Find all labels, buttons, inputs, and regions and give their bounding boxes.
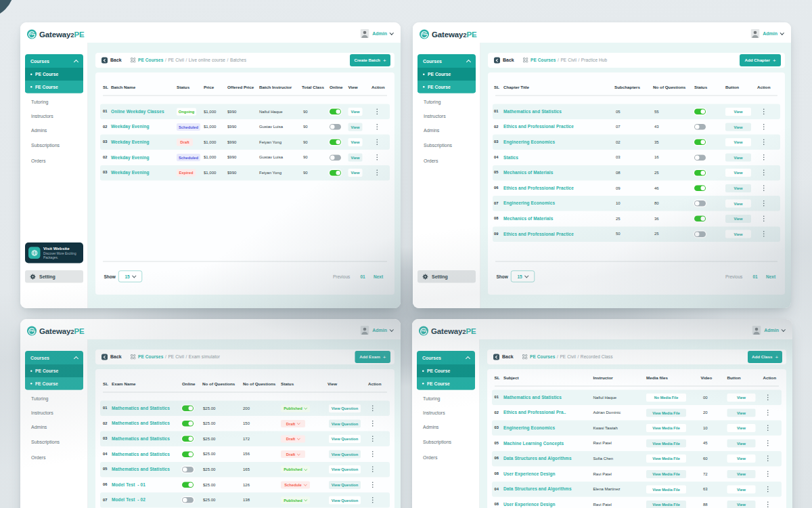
svg-text:PE: PE xyxy=(422,33,426,36)
svg-text:PE: PE xyxy=(422,329,426,333)
svg-text:PE: PE xyxy=(30,329,34,333)
svg-text:PE: PE xyxy=(30,33,34,36)
